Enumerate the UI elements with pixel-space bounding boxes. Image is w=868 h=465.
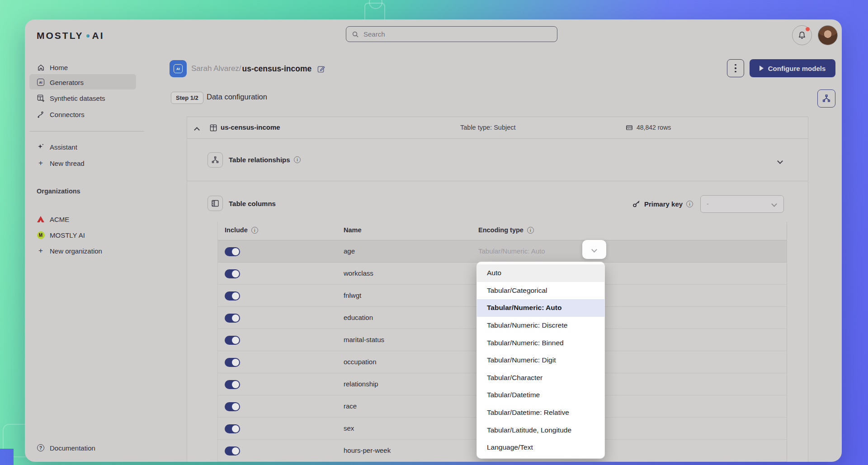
plus-icon: + xyxy=(37,159,45,167)
rows-count-label: 48,842 rows xyxy=(637,124,671,131)
plus-icon: + xyxy=(37,247,45,255)
columns-table-header: Include i Name Encoding type i xyxy=(218,222,787,240)
dropdown-option[interactable]: Tabular/Numeric: Digit xyxy=(477,352,604,369)
dropdown-option[interactable]: Tabular/Latitude, Longitude xyxy=(477,421,604,439)
sidebar-item-new-organization[interactable]: + New organization xyxy=(37,245,102,256)
table-columns-icon xyxy=(208,196,223,211)
info-icon[interactable]: i xyxy=(251,227,258,234)
dropdown-option[interactable]: Tabular/Numeric: Auto xyxy=(477,299,604,317)
configure-models-button[interactable]: Configure models xyxy=(750,59,835,77)
generators-icon: AI xyxy=(37,78,45,86)
sidebar-item-assistant[interactable]: Assistant xyxy=(37,141,77,152)
play-icon xyxy=(760,66,764,71)
dropdown-option[interactable]: Tabular/Numeric: Discrete xyxy=(477,317,604,334)
table-type-label: Table type: Subject xyxy=(460,124,516,131)
chevron-down-icon[interactable] xyxy=(778,157,782,165)
assistant-icon xyxy=(37,143,45,151)
model-config-icon xyxy=(822,94,831,103)
include-toggle[interactable] xyxy=(225,358,240,367)
sidebar-item-new-thread[interactable]: + New thread xyxy=(37,158,85,169)
column-name: fnlwgt xyxy=(344,291,361,299)
sidebar-item-label: Generators xyxy=(50,79,84,86)
dropdown-option[interactable]: Tabular/Numeric: Binned xyxy=(477,334,604,352)
encoding-select-trigger[interactable] xyxy=(582,240,606,259)
synthetic-datasets-icon xyxy=(37,94,45,102)
column-name: education xyxy=(344,314,373,321)
breadcrumb-owner: Sarah Alvarez/ xyxy=(191,64,241,73)
search-input[interactable] xyxy=(363,30,552,38)
encoding-value: Tabular/Numeric: Auto xyxy=(478,247,545,255)
edit-name-button[interactable] xyxy=(317,65,326,73)
sidebar-org-acme[interactable]: ACME xyxy=(37,214,69,225)
sidebar-item-home[interactable]: Home xyxy=(37,62,68,73)
org-label: MOSTLY AI xyxy=(50,231,85,239)
include-header-label: Include xyxy=(225,226,248,234)
include-toggle[interactable] xyxy=(225,269,240,278)
documentation-label: Documentation xyxy=(50,444,95,452)
sidebar-item-documentation[interactable]: ? Documentation xyxy=(37,442,95,453)
include-toggle[interactable] xyxy=(225,247,240,256)
table-name: us-census-income xyxy=(221,123,280,131)
table-configuration-card: us-census-income Table type: Subject 48,… xyxy=(187,117,808,462)
encoding-type-header: Encoding type i xyxy=(478,226,534,234)
sidebar-item-label: Assistant xyxy=(50,143,77,151)
dropdown-option[interactable]: Tabular/Character xyxy=(477,369,604,387)
relationships-icon xyxy=(208,152,223,168)
org-label: ACME xyxy=(50,216,69,223)
table-columns-section: Table columns Primary key i - xyxy=(187,190,808,217)
table-relationships-section[interactable]: Table relationships i xyxy=(187,139,808,181)
encoding-header-label: Encoding type xyxy=(478,226,524,234)
more-options-button[interactable] xyxy=(727,59,744,77)
sidebar-item-label: New thread xyxy=(50,160,85,167)
logo-dot-icon xyxy=(86,34,90,38)
user-avatar[interactable] xyxy=(818,25,838,45)
primary-key-select[interactable]: - xyxy=(700,195,784,213)
info-icon[interactable]: i xyxy=(294,156,301,163)
table-row: age Tabular/Numeric: Auto xyxy=(218,240,787,263)
include-header: Include i xyxy=(225,226,258,234)
dropdown-option[interactable]: Language/Text xyxy=(477,439,604,456)
sidebar-item-generators[interactable]: AI Generators xyxy=(37,77,84,88)
step-badge: Step 1/2 xyxy=(171,92,203,104)
search-box[interactable] xyxy=(346,26,557,42)
include-toggle[interactable] xyxy=(225,446,240,456)
collapse-icon[interactable] xyxy=(195,126,199,134)
model-configuration-button[interactable] xyxy=(817,89,835,108)
chevron-down-icon xyxy=(771,201,777,207)
dropdown-option[interactable]: Tabular/Datetime xyxy=(477,386,604,404)
help-icon: ? xyxy=(37,444,45,452)
acme-logo-icon xyxy=(37,215,45,223)
sidebar-item-label: Synthetic datasets xyxy=(50,94,105,102)
include-toggle[interactable] xyxy=(225,314,240,323)
column-name: occupation xyxy=(344,358,377,366)
include-toggle[interactable] xyxy=(225,402,240,411)
dropdown-option[interactable]: Tabular/Categorical xyxy=(477,282,604,300)
notifications-button[interactable] xyxy=(792,25,812,45)
sidebar-org-mostly-ai[interactable]: M MOSTLY AI xyxy=(37,230,85,240)
decorative-blue-block xyxy=(0,449,14,465)
primary-key-label: Primary key xyxy=(644,200,683,208)
name-header: Name xyxy=(344,226,362,234)
table-columns-title: Table columns xyxy=(229,200,276,207)
configure-models-label: Configure models xyxy=(768,65,826,72)
sidebar-item-synthetic-datasets[interactable]: Synthetic datasets xyxy=(37,93,105,103)
include-toggle[interactable] xyxy=(225,380,240,389)
sidebar-item-connectors[interactable]: Connectors xyxy=(37,109,85,120)
step-title: Data configuration xyxy=(207,93,267,101)
organizations-section-label: Organizations xyxy=(37,188,80,195)
app-logo[interactable]: MOSTLYAI xyxy=(37,30,104,41)
column-name: marital-status xyxy=(344,336,384,343)
sidebar-divider xyxy=(29,131,144,132)
dropdown-option[interactable]: Auto xyxy=(477,264,604,282)
info-icon[interactable]: i xyxy=(686,201,693,207)
generator-avatar-icon: AI xyxy=(170,60,187,77)
relationships-title: Table relationships xyxy=(229,156,290,164)
info-icon[interactable]: i xyxy=(527,227,534,234)
include-toggle[interactable] xyxy=(225,424,240,433)
dropdown-option[interactable]: Tabular/Datetime: Relative xyxy=(477,404,604,422)
logo-text-primary: MOSTLY xyxy=(37,30,84,41)
encoding-dropdown: AutoTabular/CategoricalTabular/Numeric: … xyxy=(476,262,605,459)
include-toggle[interactable] xyxy=(225,336,240,345)
app-window: MOSTLYAI Home AI Generators Synthetic da xyxy=(25,19,842,462)
include-toggle[interactable] xyxy=(225,291,240,301)
